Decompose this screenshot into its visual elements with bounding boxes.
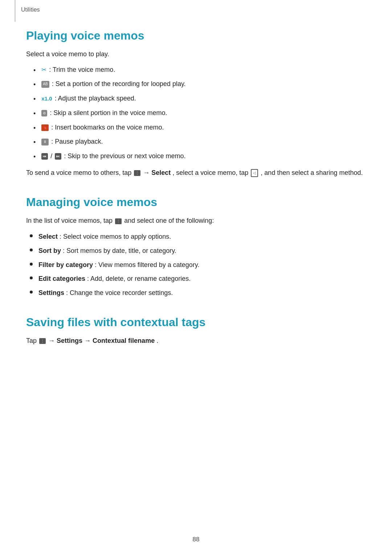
menu-icon-manage: ⋮ [115, 218, 122, 224]
bullet-dot: • [33, 65, 36, 76]
bullet-bookmark-text: : Insert bookmarks on the voice memo. [51, 124, 164, 131]
section-managing-title: Managing voice memos [26, 196, 366, 209]
contextual-para-prefix: Tap [26, 337, 38, 344]
bullet-trim-content: ✂ : Trim the voice memo. [41, 65, 115, 75]
manage-desc-select: : Select voice memos to apply options. [60, 233, 171, 240]
speed-icon: x1.0 [41, 94, 52, 103]
manage-item-editcategories: Edit categories : Add, delete, or rename… [30, 274, 366, 284]
manage-desc-sortby: : Sort memos by date, title, or category… [63, 247, 176, 254]
manage-item-settings-content: Settings : Change the voice recorder set… [38, 288, 173, 298]
bullet-dot: • [33, 123, 36, 134]
contextual-arrow1: → [48, 337, 57, 344]
bullet-prev-next-content: ⏮ / ⏭ : Skip to the previous or next voi… [41, 151, 185, 162]
manage-label-settings: Settings [38, 289, 64, 296]
page-container: Utilities Playing voice memos Select a v… [0, 0, 392, 554]
manage-item-settings: Settings : Change the voice recorder set… [30, 288, 366, 298]
slash-separator: / [50, 152, 54, 160]
bullet-loop-text: : Set a portion of the recording for loo… [52, 80, 186, 87]
bullet-skip-silent-text: : Skip a silent portion in the voice mem… [50, 109, 167, 116]
send-para-prefix: To send a voice memo to others, tap [26, 169, 133, 176]
manage-item-filterbycategory: Filter by category : View memos filtered… [30, 260, 366, 270]
bullet-speed-content: x1.0 : Adjust the playback speed. [41, 93, 136, 104]
manage-label-editcategories: Edit categories [38, 275, 85, 282]
main-content: Playing voice memos Select a voice memo … [0, 0, 392, 386]
send-para-suffix: , and then select a sharing method. [261, 169, 363, 176]
bullet-loop: • AB : Set a portion of the recording fo… [33, 79, 366, 90]
bullet-dot: • [33, 94, 36, 105]
send-paragraph: To send a voice memo to others, tap ⋮ → … [26, 168, 366, 178]
contextual-settings-bold: Settings [57, 337, 82, 344]
manage-label-filterbycategory: Filter by category [38, 261, 93, 268]
bullet-skip-silent-content: ⊘ : Skip a silent portion in the voice m… [41, 108, 167, 119]
pause-icon: ⏸ [41, 139, 49, 145]
bookmark-icon: 🔖 [41, 124, 49, 131]
manage-desc-settings: : Change the voice recorder settings. [66, 289, 173, 296]
bullet-pause-content: ⏸ : Pause playback. [41, 136, 103, 147]
bullet-speed: • x1.0 : Adjust the playback speed. [33, 93, 366, 105]
bullet-bookmark: • 🔖 : Insert bookmarks on the voice memo… [33, 122, 366, 134]
bullet-trim-text: : Trim the voice memo. [49, 66, 115, 73]
share-icon: ◁ [251, 169, 258, 177]
playing-bullet-list: • ✂ : Trim the voice memo. • AB : Set a … [33, 65, 366, 163]
bullet-bookmark-content: 🔖 : Insert bookmarks on the voice memo. [41, 122, 164, 133]
manage-dot [30, 276, 33, 279]
scissors-icon: ✂ [41, 65, 46, 75]
bullet-dot: • [33, 79, 36, 90]
left-border-decoration [15, 0, 16, 22]
managing-items-list: Select : Select voice memos to apply opt… [30, 231, 366, 298]
loop-icon: AB [41, 81, 49, 88]
bullet-prev-next-text: : Skip to the previous or next voice mem… [64, 152, 185, 160]
section-saving: Saving files with contextual tags Tap ⋮ … [26, 316, 366, 346]
manage-item-filterbycategory-content: Filter by category : View memos filtered… [38, 260, 200, 270]
skip-silent-icon: ⊘ [41, 110, 47, 117]
section-playing: Playing voice memos Select a voice memo … [26, 29, 366, 178]
bullet-dot: • [33, 137, 36, 148]
manage-desc-filterbycategory: : View memos filtered by a category. [95, 261, 199, 268]
manage-dot [30, 291, 33, 294]
manage-label-select: Select [38, 233, 58, 240]
contextual-arrow2: → [84, 337, 93, 344]
menu-icon-contextual: ⋮ [39, 338, 46, 344]
manage-item-sortby: Sort by : Sort memos by date, title, or … [30, 246, 366, 256]
bullet-pause: • ⏸ : Pause playback. [33, 136, 366, 148]
contextual-filename-bold: Contextual filename [93, 337, 155, 344]
manage-dot [30, 249, 33, 251]
section-playing-title: Playing voice memos [26, 29, 366, 42]
send-para-middle: , select a voice memo, tap [172, 169, 250, 176]
managing-intro: In the list of voice memos, tap ⋮ and se… [26, 216, 366, 226]
section-saving-title: Saving files with contextual tags [26, 316, 366, 329]
manage-dot [30, 263, 33, 266]
section-managing: Managing voice memos In the list of voic… [26, 196, 366, 298]
bullet-dot: • [33, 108, 36, 119]
contextual-para-suffix: . [156, 337, 158, 344]
section-playing-intro: Select a voice memo to play. [26, 49, 366, 59]
managing-intro-prefix: In the list of voice memos, tap [26, 217, 114, 224]
manage-desc-editcategories: : Add, delete, or rename categories. [87, 275, 191, 282]
contextual-paragraph: Tap ⋮ → Settings → Contextual filename . [26, 336, 366, 346]
next-icon: ⏭ [55, 153, 61, 160]
bullet-speed-text: : Adjust the playback speed. [55, 95, 136, 102]
manage-label-sortby: Sort by [38, 247, 61, 254]
bullet-trim: • ✂ : Trim the voice memo. [33, 65, 366, 76]
send-select-bold: Select [151, 169, 171, 176]
bullet-dot: • [33, 152, 36, 163]
manage-item-select-content: Select : Select voice memos to apply opt… [38, 231, 171, 242]
bullet-skip-silent: • ⊘ : Skip a silent portion in the voice… [33, 108, 366, 119]
managing-intro-suffix: and select one of the following: [124, 217, 214, 224]
utilities-label: Utilities [21, 7, 40, 13]
manage-item-editcategories-content: Edit categories : Add, delete, or rename… [38, 274, 191, 284]
send-arrow: → [143, 169, 151, 176]
bullet-pause-text: : Pause playback. [51, 138, 103, 145]
manage-item-select: Select : Select voice memos to apply opt… [30, 231, 366, 242]
manage-item-sortby-content: Sort by : Sort memos by date, title, or … [38, 246, 176, 256]
bullet-loop-content: AB : Set a portion of the recording for … [41, 79, 185, 90]
prev-icon: ⏮ [41, 153, 48, 160]
menu-icon-send: ⋮ [134, 170, 140, 176]
page-number: 88 [193, 536, 200, 543]
bullet-prev-next: • ⏮ / ⏭ : Skip to the previous or next v… [33, 151, 366, 163]
manage-dot [30, 234, 33, 237]
